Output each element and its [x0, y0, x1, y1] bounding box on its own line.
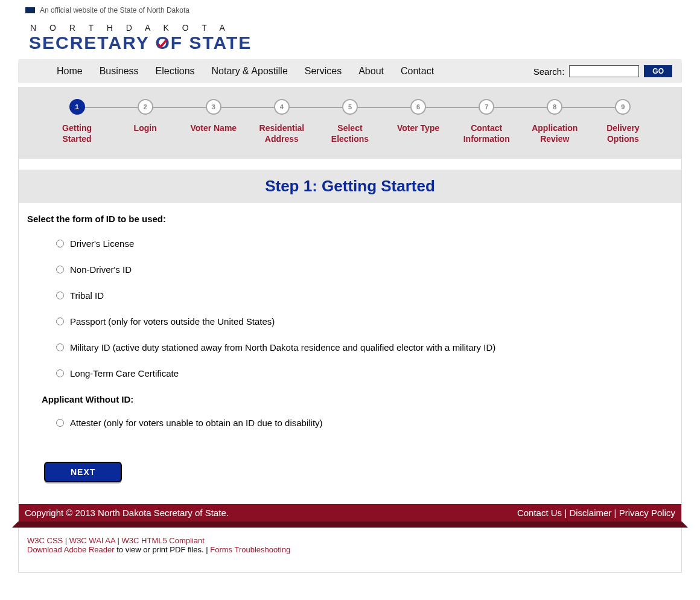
main-nav: Home Business Elections Notary & Apostil… — [18, 59, 682, 83]
next-button[interactable]: NEXT — [44, 462, 122, 482]
radio-input-attester[interactable] — [56, 419, 64, 427]
nav-about[interactable]: About — [358, 66, 384, 77]
radio-input-passport[interactable] — [56, 318, 64, 325]
radio-drivers-license[interactable]: Driver's License — [56, 238, 673, 249]
official-text: An official website of the State of Nort… — [40, 6, 189, 14]
flag-icon — [25, 7, 35, 13]
radio-tribal-id[interactable]: Tribal ID — [56, 290, 673, 301]
radio-military-id[interactable]: Military ID (active duty stationed away … — [56, 342, 673, 353]
footer-ribbon — [18, 522, 682, 528]
search-input[interactable] — [569, 65, 639, 77]
nav-services[interactable]: Services — [305, 66, 342, 77]
radio-input-drivers-license[interactable] — [56, 240, 64, 247]
site-logo[interactable]: N O R T H D A K O T A SECRETARY OF STATE — [18, 18, 682, 59]
nav-elections[interactable]: Elections — [156, 66, 195, 77]
progress-indicator: 1 Getting Started 2 Login 3 Voter Name 4… — [19, 87, 681, 159]
radio-non-drivers-id[interactable]: Non-Driver's ID — [56, 264, 673, 275]
footer-contact-link[interactable]: Contact Us — [517, 508, 562, 518]
sub-prompt: Applicant Without ID: — [27, 394, 673, 404]
nav-contact[interactable]: Contact — [401, 66, 434, 77]
radio-input-non-drivers-id[interactable] — [56, 266, 64, 273]
progress-step-4: 4 Residential Address — [247, 99, 316, 144]
radio-passport[interactable]: Passport (only for voters outside the Un… — [56, 316, 673, 327]
checkmark-icon — [157, 39, 168, 49]
progress-step-6: 6 Voter Type — [384, 99, 453, 134]
logo-main-text: SECRETARY OF STATE — [29, 34, 682, 52]
w3c-html5-link[interactable]: W3C HTML5 Compliant — [122, 536, 205, 545]
radio-attester[interactable]: Attester (only for voters unable to obta… — [56, 418, 673, 428]
radio-long-term-care[interactable]: Long-Term Care Certificate — [56, 368, 673, 378]
footer-disclaimer-link[interactable]: Disclaimer — [569, 508, 611, 518]
nav-home[interactable]: Home — [57, 66, 83, 77]
forms-troubleshooting-link[interactable]: Forms Troubleshooting — [210, 545, 290, 554]
form-prompt: Select the form of ID to be used: — [27, 214, 673, 224]
step-title-bar: Step 1: Getting Started — [19, 170, 681, 203]
nav-business[interactable]: Business — [100, 66, 139, 77]
w3c-wai-link[interactable]: W3C WAI AA — [69, 536, 115, 545]
progress-step-7: 7 Contact Information — [453, 99, 521, 144]
radio-input-tribal-id[interactable] — [56, 292, 64, 299]
adobe-reader-link[interactable]: Download Adobe Reader — [27, 545, 115, 554]
radio-input-military-id[interactable] — [56, 343, 64, 351]
progress-step-2: 2 Login — [111, 99, 179, 134]
step-title: Step 1: Getting Started — [19, 177, 681, 196]
official-banner: An official website of the State of Nort… — [18, 0, 682, 18]
progress-step-5: 5 Select Elections — [316, 99, 384, 144]
progress-step-8: 8 Application Review — [521, 99, 589, 144]
copyright-text: Copyright © 2013 North Dakota Secretary … — [25, 508, 229, 518]
progress-step-1: 1 Getting Started — [43, 99, 111, 144]
logo-top-text: N O R T H D A K O T A — [30, 23, 682, 33]
search-label: Search: — [533, 66, 565, 77]
footer-privacy-link[interactable]: Privacy Policy — [619, 508, 675, 518]
radio-input-long-term-care[interactable] — [56, 369, 64, 377]
progress-step-3: 3 Voter Name — [179, 99, 247, 134]
nav-notary[interactable]: Notary & Apostille — [212, 66, 288, 77]
go-button[interactable]: GO — [644, 65, 672, 77]
sub-footer: W3C CSS | W3C WAI AA | W3C HTML5 Complia… — [19, 528, 681, 572]
footer-bar: Copyright © 2013 North Dakota Secretary … — [19, 504, 681, 522]
w3c-css-link[interactable]: W3C CSS — [27, 536, 63, 545]
progress-step-9: 9 Delivery Options — [589, 99, 657, 144]
